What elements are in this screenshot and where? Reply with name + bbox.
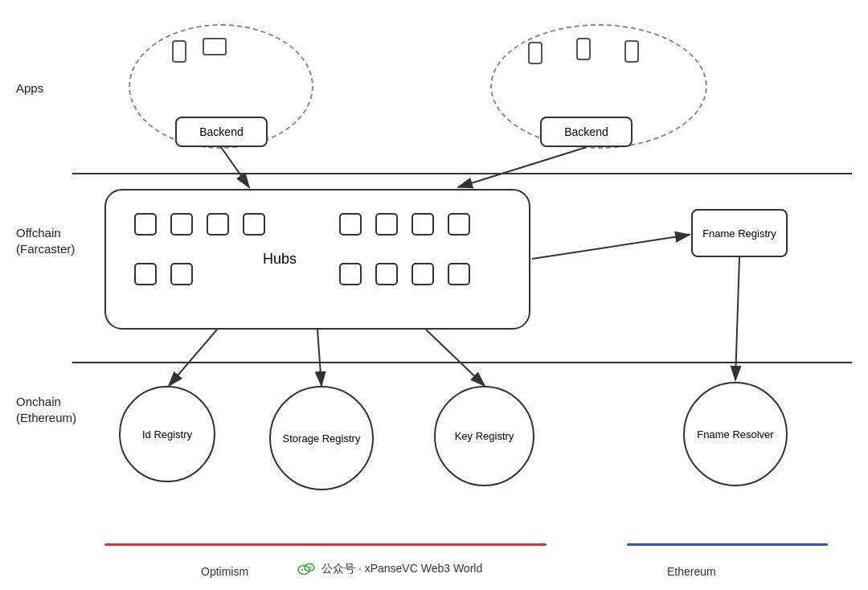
hub-sq-8 — [448, 213, 470, 236]
svg-line-5 — [317, 330, 321, 386]
backend-box-left: Backend — [175, 117, 268, 147]
hub-sq-1 — [134, 213, 157, 236]
ethereum-bar — [627, 543, 828, 546]
hub-sq-11 — [339, 263, 362, 285]
divider-top — [72, 173, 852, 174]
key-registry-circle: Key Registry — [434, 386, 534, 486]
offchain-label: Offchain(Farcaster) — [16, 225, 80, 256]
hub-sq-2 — [170, 213, 193, 236]
storage-registry-circle: Storage Registry — [269, 386, 374, 490]
hub-sq-9 — [134, 263, 157, 285]
phone-icon-right-2 — [576, 38, 591, 60]
hub-sq-6 — [375, 213, 398, 236]
phone-icon-left — [172, 40, 186, 63]
bottom-label-ethereum: Ethereum — [667, 565, 716, 578]
svg-point-9 — [301, 569, 303, 571]
svg-point-13 — [310, 567, 312, 568]
bottom-wechat: 公众号 · xPanseVC Web3 World — [297, 560, 482, 578]
phone-icon-right-3 — [624, 40, 639, 63]
hub-sq-4 — [243, 213, 265, 236]
onchain-label: Onchain(Ethereum) — [16, 394, 80, 425]
laptop-icon — [203, 38, 227, 55]
hub-sq-3 — [207, 213, 229, 236]
id-registry-circle: Id Registry — [119, 386, 215, 482]
svg-line-4 — [169, 330, 217, 386]
svg-point-8 — [298, 566, 309, 575]
hub-sq-12 — [375, 263, 398, 285]
svg-line-6 — [426, 330, 485, 386]
backend-box-right: Backend — [540, 117, 633, 147]
svg-line-3 — [532, 235, 690, 259]
fname-resolver-circle: Fname Resolver — [683, 382, 788, 486]
phone-icon-right-1 — [528, 42, 542, 64]
hub-sq-7 — [411, 213, 434, 236]
divider-bottom — [72, 362, 852, 363]
diagram-container: Apps Offchain(Farcaster) Onchain(Ethereu… — [0, 0, 868, 590]
optimism-bar — [104, 543, 547, 546]
hubs-label: Hubs — [263, 251, 297, 268]
svg-line-1 — [221, 147, 249, 187]
wechat-icon — [297, 560, 315, 578]
hub-sq-13 — [411, 263, 434, 285]
hub-sq-5 — [339, 213, 362, 236]
apps-label: Apps — [16, 80, 43, 96]
hub-sq-10 — [170, 263, 193, 285]
svg-line-2 — [458, 147, 587, 187]
hubs-container: Hubs — [104, 189, 530, 330]
bottom-label-optimism: Optimism — [201, 565, 248, 578]
svg-point-12 — [308, 567, 309, 568]
hub-sq-14 — [448, 263, 470, 285]
fname-registry-box: Fname Registry — [691, 209, 788, 257]
